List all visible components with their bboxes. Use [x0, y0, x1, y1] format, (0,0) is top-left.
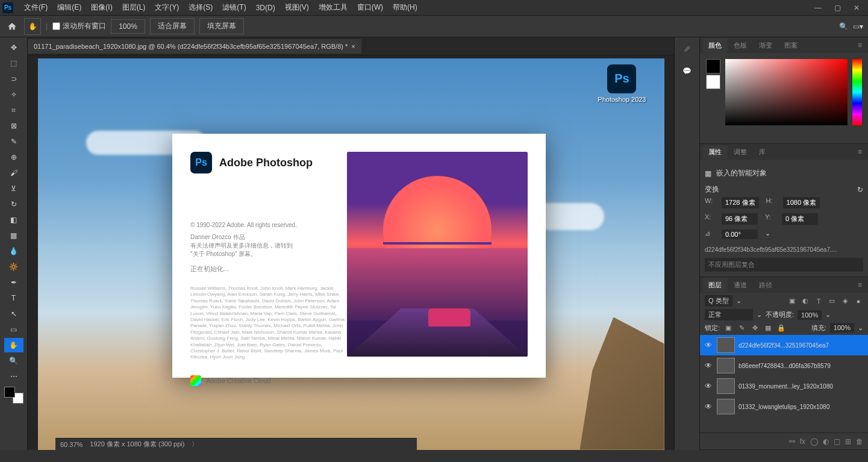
filter-shape-icon[interactable]: ▭ — [827, 296, 837, 306]
pen-tool[interactable]: ✒ — [4, 275, 23, 290]
path-select-tool[interactable]: ↖ — [4, 307, 23, 321]
close-tab-icon[interactable]: × — [351, 43, 355, 50]
blend-mode-select[interactable]: 正常 — [705, 309, 753, 320]
edit-toolbar[interactable]: ⋯ — [4, 369, 23, 384]
gradient-tool[interactable]: ▦ — [4, 228, 23, 243]
adjustments-tab[interactable]: 调整 — [728, 145, 753, 159]
menu-view[interactable]: 视图(V) — [280, 0, 314, 15]
layer-kind-filter[interactable]: Q 类型 — [705, 295, 732, 307]
layer-comp-select[interactable]: 不应用图层复合 — [705, 258, 863, 272]
zoom-100-button[interactable]: 100% — [111, 19, 145, 34]
lock-position-icon[interactable]: ✥ — [750, 323, 760, 332]
lock-paint-icon[interactable]: ✎ — [737, 323, 746, 332]
color-swatches[interactable] — [4, 387, 23, 404]
canvas[interactable]: Ps Photoshop 2023 Ps Adobe Photoshop © 1… — [28, 55, 674, 450]
fx-icon[interactable]: fx — [800, 437, 805, 446]
filter-dropdown-icon[interactable]: ⌄ — [736, 297, 742, 305]
menu-plugins[interactable]: 增效工具 — [314, 0, 352, 15]
panel-menu-icon[interactable]: ≡ — [854, 148, 866, 156]
type-tool[interactable]: T — [4, 291, 23, 305]
document-tab[interactable]: 01171_paradisebeach_1920x1080.jpg @ 60.4… — [28, 39, 361, 54]
patterns-tab[interactable]: 图案 — [778, 39, 804, 52]
reset-icon[interactable]: ↻ — [857, 186, 863, 194]
adjustment-icon[interactable]: ◐ — [823, 437, 829, 446]
opacity-value[interactable]: 100% — [798, 310, 822, 320]
layer-thumbnail[interactable] — [717, 337, 735, 353]
panel-menu-icon[interactable]: ≡ — [854, 41, 866, 49]
blur-tool[interactable]: 💧 — [4, 244, 23, 258]
y-value[interactable]: 0 像素 — [782, 213, 818, 225]
eyedropper-tool[interactable]: ✎ — [4, 134, 23, 149]
fill-value[interactable]: 100% — [830, 323, 854, 332]
hand-tool-icon[interactable]: ✋ — [24, 18, 41, 35]
delete-layer-icon[interactable]: 🗑 — [856, 437, 863, 446]
mask-icon[interactable]: ◯ — [810, 437, 818, 446]
dodge-tool[interactable]: 🔆 — [4, 260, 23, 274]
filter-adjust-icon[interactable]: ◐ — [801, 296, 810, 306]
move-tool[interactable]: ✥ — [4, 40, 23, 55]
status-zoom[interactable]: 60.37% — [60, 441, 83, 448]
opacity-dropdown-icon[interactable]: ⌄ — [825, 311, 831, 319]
menu-select[interactable]: 选择(S) — [184, 0, 217, 15]
menu-type[interactable]: 文字(Y) — [150, 0, 184, 15]
status-arrow-icon[interactable]: 〉 — [192, 440, 198, 449]
eraser-tool[interactable]: ◧ — [4, 213, 23, 227]
angle-dropdown[interactable]: ⌄ — [765, 229, 770, 239]
menu-edit[interactable]: 编辑(E) — [52, 0, 86, 15]
menu-filter[interactable]: 滤镜(T) — [217, 0, 251, 15]
comments-icon[interactable]: 💬 — [680, 64, 695, 78]
quick-select-tool[interactable]: ✧ — [4, 87, 23, 102]
color-tab[interactable]: 颜色 — [702, 39, 728, 52]
swatches-tab[interactable]: 色板 — [728, 39, 753, 52]
filter-toggle-icon[interactable]: ● — [854, 296, 863, 306]
menu-help[interactable]: 帮助(H) — [388, 0, 422, 15]
layer-thumbnail[interactable] — [717, 378, 735, 394]
lock-pixels-icon[interactable]: ▣ — [723, 323, 733, 332]
visibility-icon[interactable]: 👁 — [705, 341, 713, 349]
paths-tab[interactable]: 路径 — [753, 278, 778, 292]
clone-tool[interactable]: ⊻ — [4, 181, 23, 196]
menu-file[interactable]: 文件(F) — [19, 0, 52, 15]
close-button[interactable]: ✕ — [848, 2, 866, 14]
search-icon[interactable]: 🔍 — [839, 22, 848, 31]
filter-smart-icon[interactable]: ◈ — [840, 296, 850, 306]
layer-thumbnail[interactable] — [717, 399, 735, 414]
hue-slider[interactable] — [852, 59, 862, 125]
gradients-tab[interactable]: 渐变 — [753, 39, 778, 52]
crop-tool[interactable]: ⌗ — [4, 103, 23, 117]
workspace-icon[interactable]: ▭▾ — [853, 22, 863, 31]
properties-tab[interactable]: 属性 — [702, 145, 728, 159]
libraries-tab[interactable]: 库 — [753, 145, 772, 159]
bg-swatch[interactable] — [706, 75, 720, 89]
fg-swatch[interactable] — [706, 59, 720, 73]
maximize-button[interactable]: ▢ — [828, 2, 846, 14]
visibility-icon[interactable]: 👁 — [705, 361, 713, 370]
healing-tool[interactable]: ⊕ — [4, 150, 23, 164]
layer-row[interactable]: 👁 d224dfe56f2f34...3251967045ea7 — [700, 335, 868, 355]
height-value[interactable]: 1080 像素 — [783, 197, 820, 208]
visibility-icon[interactable]: 👁 — [705, 382, 713, 390]
brush-tool[interactable]: 🖌 — [4, 166, 23, 180]
layer-row[interactable]: 👁 b86eeef7428843...d06fa367b8579 — [700, 355, 868, 376]
libraries-icon[interactable]: ␥ — [680, 42, 695, 57]
marquee-tool[interactable]: ⬚ — [4, 56, 23, 70]
fill-dropdown-icon[interactable]: ⌄ — [858, 324, 863, 332]
home-icon[interactable] — [5, 19, 19, 34]
scroll-all-checkbox[interactable]: 滚动所有窗口 — [52, 21, 106, 31]
fit-screen-button[interactable]: 适合屏幕 — [150, 18, 195, 34]
layer-row[interactable]: 👁 01339_monument...ley_1920x1080 — [700, 376, 868, 396]
new-layer-icon[interactable]: ⊞ — [845, 437, 851, 446]
hand-tool[interactable]: ✋ — [4, 338, 23, 352]
layer-row[interactable]: 👁 01332_lowangletulips_1920x1080 — [700, 396, 868, 417]
lock-all-icon[interactable]: 🔒 — [776, 323, 786, 332]
menu-3d[interactable]: 3D(D) — [251, 1, 280, 14]
width-value[interactable]: 1728 像素 — [722, 197, 759, 208]
lock-artboard-icon[interactable]: ▦ — [763, 323, 773, 332]
link-layers-icon[interactable]: ⚯ — [789, 437, 795, 446]
minimize-button[interactable]: — — [809, 2, 827, 14]
foreground-color[interactable] — [4, 387, 15, 398]
channels-tab[interactable]: 通道 — [728, 278, 753, 292]
filter-pixel-icon[interactable]: ▣ — [787, 296, 797, 306]
group-icon[interactable]: ▢ — [834, 437, 840, 446]
layers-tab[interactable]: 图层 — [702, 278, 728, 292]
